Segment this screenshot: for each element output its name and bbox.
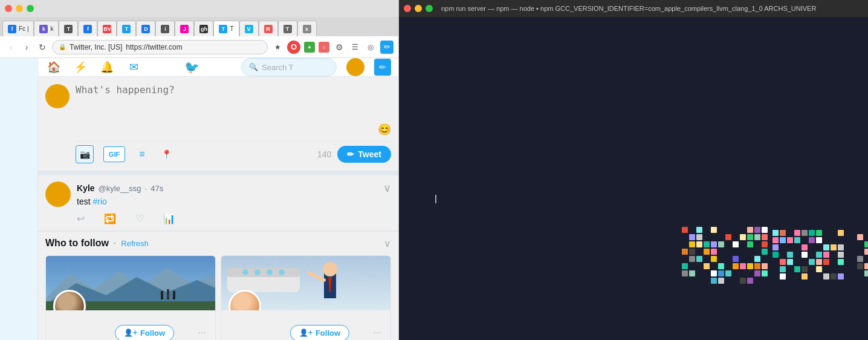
obama-cover-photo [46,256,215,310]
location-compose-icon[interactable]: 📍 [159,147,173,162]
trump-more-button[interactable]: ··· [370,325,384,340]
tab-favicon-i: i [161,25,169,33]
extension-3-icon[interactable]: ⚙ [333,41,345,53]
twitter-nav-toolbar: 🏠 ⚡ 🔔 ✉ 🐦 🔍 Search T ✏ [38,58,398,77]
tweet-text-plain: test [77,197,92,206]
terminal-window: npm run server — npm — node • npm GCC_VE… [399,0,868,340]
twitter-lightning-icon[interactable]: ⚡ [72,59,89,76]
terminal-title-bar: npm run server — npm — node • npm GCC_VE… [399,0,868,17]
tweet-expand-btn[interactable]: ∨ [383,181,391,195]
tweet-compose-area: 😊 📷 GIF ≡ 📍 140 ✏ T [76,84,391,163]
camera-compose-icon[interactable]: 📷 [76,145,94,163]
refresh-feed-icon[interactable]: ◎ [364,41,377,53]
gif-compose-icon[interactable]: GIF [103,146,125,162]
tab-v[interactable]: V [239,21,259,36]
address-bar[interactable]: 🔒 Twitter, Inc. [US] https://twitter.com [52,40,268,54]
who-to-follow-section: Who to follow · Refresh ∨ [38,231,398,340]
svg-point-10 [242,269,248,275]
emoji-icon[interactable]: 😊 [378,123,391,136]
tab-twitter-active[interactable]: T T [213,21,239,36]
tab-facebook-1[interactable]: f Fc | [2,21,34,36]
tab-favicon-t1: T [64,25,73,33]
list-compose-icon[interactable]: ≡ [135,147,149,162]
back-button[interactable]: ‹ [5,41,17,53]
tab-tw1[interactable]: T [117,21,136,36]
twitter-notifications-icon[interactable]: 🔔 [99,59,115,76]
who-to-follow-chevron[interactable]: ∨ [384,238,391,249]
tab-favicon-v: V [245,25,253,33]
tweet-retweet-button[interactable]: 🔁 [104,213,116,224]
extension-4-icon[interactable]: ☰ [349,41,361,53]
title-bar [0,0,398,17]
tab-favicon-bv: BV [103,25,111,33]
obama-follow-button[interactable]: 👤+ Follow [115,325,174,340]
star-icon[interactable]: ★ [271,41,283,53]
forward-button[interactable]: › [21,41,33,53]
tab-x[interactable]: x [297,21,317,36]
tab-tx[interactable]: T [278,21,297,36]
tab-j[interactable]: J [175,21,194,36]
tweet-hashtag[interactable]: #rio [92,197,106,206]
company-name: Twitter, Inc. [US] [70,43,122,51]
terminal-title-text: npm run server — npm — node • npm GCC_VE… [441,5,816,12]
tweet-timestamp: 47s [151,184,163,193]
tweet-like-button[interactable]: ♡ [135,213,144,224]
tweet-user-avatar[interactable] [45,181,71,207]
opera-icon[interactable]: O [287,41,300,54]
twitter-compose-button[interactable]: ✏ [374,59,391,76]
tweet-separator-dot: · [145,184,147,193]
extension-1-icon[interactable]: ● [304,42,315,53]
tab-t1[interactable]: T [59,21,78,36]
who-to-follow-dot: · [114,238,116,249]
tab-r[interactable]: R [259,21,278,36]
obama-more-button[interactable]: ··· [195,325,209,340]
twitter-profile-avatar[interactable] [346,58,364,76]
browser-window: f Fc | k k T f BV T D i J gh [0,0,399,340]
edit-icon[interactable]: ✏ [380,41,394,54]
twitter-home-icon[interactable]: 🏠 [45,59,62,76]
tab-k[interactable]: k k [34,21,59,36]
navigation-bar: ‹ › ↻ 🔒 Twitter, Inc. [US] https://twitt… [0,36,398,58]
who-to-follow-title: Who to follow [45,238,109,249]
twitter-logo-center: 🐦 [152,60,232,74]
terminal-body[interactable] [399,17,868,340]
svg-point-12 [267,269,273,275]
tab-label-k: k [50,25,53,32]
terminal-maximize-button[interactable] [426,5,433,12]
tweet-send-button[interactable]: ✏ Tweet [337,146,391,163]
search-icon: 🔍 [249,63,258,71]
tweet-item: Kyle @kyle__ssg · 47s ∨ test #rio ↩ 🔁 [38,175,398,231]
close-button[interactable] [5,5,12,12]
tab-favicon-r: R [264,25,273,33]
tab-fb2[interactable]: f [78,21,97,36]
tab-d[interactable]: D [136,21,155,36]
tweet-action-bar: ↩ 🔁 ♡ 📊 [77,213,391,224]
tweet-stats-button[interactable]: 📊 [163,213,175,224]
trump-avatar-image [230,292,259,310]
extension-2-icon[interactable]: ○ [319,42,329,53]
obama-card-footer: 👤+ Follow ··· [46,310,215,340]
emoji-row: 😊 [76,123,391,139]
tweet-compose-textarea[interactable] [76,84,391,120]
trump-follow-button[interactable]: 👤+ Follow [290,325,349,340]
obama-follow-label: Follow [140,329,165,338]
twitter-search-bar[interactable]: 🔍 Search T [241,58,337,76]
svg-point-13 [279,269,285,275]
tab-label-fb: Fc | [19,25,28,32]
tab-gh[interactable]: gh [194,21,213,36]
tab-i[interactable]: i [155,21,175,36]
tab-bv[interactable]: BV [97,21,117,36]
tab-favicon-d: D [141,25,150,33]
trump-card-footer: 👤+ Follow ··· [221,310,390,340]
minimize-button[interactable] [16,5,23,12]
terminal-minimize-button[interactable] [415,5,422,12]
maximize-button[interactable] [27,5,34,12]
tab-favicon-k: k [39,25,48,33]
tab-favicon-tw1: T [122,25,131,33]
terminal-close-button[interactable] [404,5,411,12]
who-to-follow-refresh-link[interactable]: Refresh [121,239,149,248]
reload-button[interactable]: ↻ [36,41,48,53]
tweet-reply-button[interactable]: ↩ [77,213,85,224]
twitter-messages-icon[interactable]: ✉ [125,59,142,76]
who-to-follow-cards: 👤+ Follow ··· [45,255,391,340]
